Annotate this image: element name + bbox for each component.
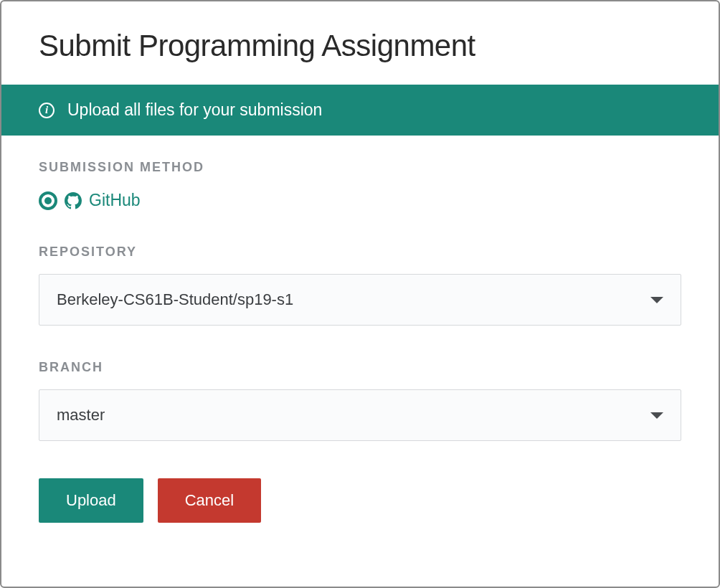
chevron-down-icon [650, 297, 663, 303]
branch-value: master [57, 406, 105, 425]
info-icon: i [39, 103, 55, 118]
github-icon [65, 192, 82, 209]
cancel-button[interactable]: Cancel [158, 478, 261, 523]
radio-selected-icon[interactable] [39, 191, 57, 210]
branch-select[interactable]: master [39, 389, 681, 441]
repository-select[interactable]: Berkeley-CS61B-Student/sp19-s1 [39, 274, 681, 326]
dialog-content: SUBMISSION METHOD GitHub REPOSITORY Berk… [1, 136, 719, 547]
submission-method-option[interactable]: GitHub [39, 191, 681, 210]
repository-value: Berkeley-CS61B-Student/sp19-s1 [57, 290, 293, 309]
submission-method-label: SUBMISSION METHOD [39, 160, 681, 175]
github-option-label[interactable]: GitHub [89, 191, 141, 210]
button-row: Upload Cancel [39, 478, 681, 523]
submission-method-section: SUBMISSION METHOD GitHub [39, 160, 681, 210]
branch-section: BRANCH master [39, 360, 681, 441]
dialog-title: Submit Programming Assignment [39, 29, 681, 63]
repository-label: REPOSITORY [39, 245, 681, 260]
banner-text: Upload all files for your submission [67, 100, 322, 120]
upload-button[interactable]: Upload [39, 478, 143, 523]
repository-section: REPOSITORY Berkeley-CS61B-Student/sp19-s… [39, 245, 681, 326]
dialog-header: Submit Programming Assignment [1, 1, 719, 85]
info-banner: i Upload all files for your submission [1, 85, 719, 136]
branch-label: BRANCH [39, 360, 681, 375]
chevron-down-icon [650, 412, 663, 419]
